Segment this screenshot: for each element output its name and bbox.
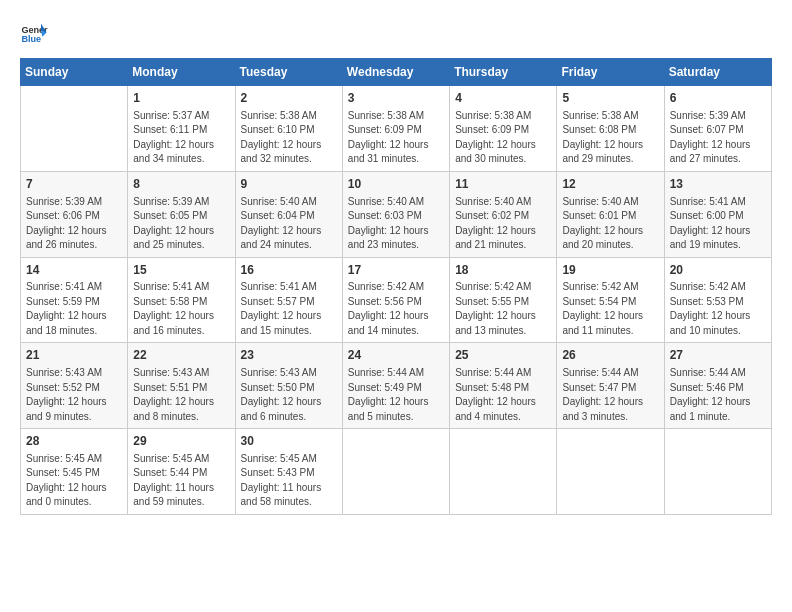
day-number: 3 xyxy=(348,90,444,107)
day-number: 18 xyxy=(455,262,551,279)
day-info: Sunrise: 5:39 AM Sunset: 6:06 PM Dayligh… xyxy=(26,195,122,253)
day-number: 16 xyxy=(241,262,337,279)
day-cell: 6Sunrise: 5:39 AM Sunset: 6:07 PM Daylig… xyxy=(664,86,771,172)
day-cell: 18Sunrise: 5:42 AM Sunset: 5:55 PM Dayli… xyxy=(450,257,557,343)
calendar-table: SundayMondayTuesdayWednesdayThursdayFrid… xyxy=(20,58,772,515)
day-number: 26 xyxy=(562,347,658,364)
day-info: Sunrise: 5:44 AM Sunset: 5:47 PM Dayligh… xyxy=(562,366,658,424)
calendar-body: 1Sunrise: 5:37 AM Sunset: 6:11 PM Daylig… xyxy=(21,86,772,515)
day-cell: 11Sunrise: 5:40 AM Sunset: 6:02 PM Dayli… xyxy=(450,171,557,257)
day-info: Sunrise: 5:41 AM Sunset: 5:59 PM Dayligh… xyxy=(26,280,122,338)
day-number: 5 xyxy=(562,90,658,107)
day-number: 2 xyxy=(241,90,337,107)
day-number: 7 xyxy=(26,176,122,193)
day-cell: 25Sunrise: 5:44 AM Sunset: 5:48 PM Dayli… xyxy=(450,343,557,429)
svg-text:Blue: Blue xyxy=(21,34,41,44)
day-number: 27 xyxy=(670,347,766,364)
day-info: Sunrise: 5:37 AM Sunset: 6:11 PM Dayligh… xyxy=(133,109,229,167)
day-cell: 4Sunrise: 5:38 AM Sunset: 6:09 PM Daylig… xyxy=(450,86,557,172)
week-row-2: 7Sunrise: 5:39 AM Sunset: 6:06 PM Daylig… xyxy=(21,171,772,257)
day-number: 21 xyxy=(26,347,122,364)
day-number: 12 xyxy=(562,176,658,193)
day-number: 25 xyxy=(455,347,551,364)
day-cell: 14Sunrise: 5:41 AM Sunset: 5:59 PM Dayli… xyxy=(21,257,128,343)
day-info: Sunrise: 5:44 AM Sunset: 5:48 PM Dayligh… xyxy=(455,366,551,424)
day-number: 17 xyxy=(348,262,444,279)
day-cell xyxy=(342,429,449,515)
day-info: Sunrise: 5:38 AM Sunset: 6:09 PM Dayligh… xyxy=(348,109,444,167)
day-info: Sunrise: 5:43 AM Sunset: 5:52 PM Dayligh… xyxy=(26,366,122,424)
day-cell: 21Sunrise: 5:43 AM Sunset: 5:52 PM Dayli… xyxy=(21,343,128,429)
day-info: Sunrise: 5:38 AM Sunset: 6:08 PM Dayligh… xyxy=(562,109,658,167)
day-cell: 16Sunrise: 5:41 AM Sunset: 5:57 PM Dayli… xyxy=(235,257,342,343)
day-cell: 1Sunrise: 5:37 AM Sunset: 6:11 PM Daylig… xyxy=(128,86,235,172)
day-number: 6 xyxy=(670,90,766,107)
day-cell: 29Sunrise: 5:45 AM Sunset: 5:44 PM Dayli… xyxy=(128,429,235,515)
day-cell xyxy=(664,429,771,515)
week-row-4: 21Sunrise: 5:43 AM Sunset: 5:52 PM Dayli… xyxy=(21,343,772,429)
day-number: 30 xyxy=(241,433,337,450)
day-info: Sunrise: 5:41 AM Sunset: 5:57 PM Dayligh… xyxy=(241,280,337,338)
day-info: Sunrise: 5:44 AM Sunset: 5:49 PM Dayligh… xyxy=(348,366,444,424)
day-cell: 13Sunrise: 5:41 AM Sunset: 6:00 PM Dayli… xyxy=(664,171,771,257)
day-cell: 5Sunrise: 5:38 AM Sunset: 6:08 PM Daylig… xyxy=(557,86,664,172)
day-cell: 7Sunrise: 5:39 AM Sunset: 6:06 PM Daylig… xyxy=(21,171,128,257)
logo: General Blue xyxy=(20,20,52,48)
header-cell-friday: Friday xyxy=(557,59,664,86)
header-cell-tuesday: Tuesday xyxy=(235,59,342,86)
day-number: 23 xyxy=(241,347,337,364)
day-cell: 28Sunrise: 5:45 AM Sunset: 5:45 PM Dayli… xyxy=(21,429,128,515)
day-info: Sunrise: 5:40 AM Sunset: 6:03 PM Dayligh… xyxy=(348,195,444,253)
day-cell: 20Sunrise: 5:42 AM Sunset: 5:53 PM Dayli… xyxy=(664,257,771,343)
header-cell-thursday: Thursday xyxy=(450,59,557,86)
day-cell: 8Sunrise: 5:39 AM Sunset: 6:05 PM Daylig… xyxy=(128,171,235,257)
day-cell: 27Sunrise: 5:44 AM Sunset: 5:46 PM Dayli… xyxy=(664,343,771,429)
day-info: Sunrise: 5:38 AM Sunset: 6:10 PM Dayligh… xyxy=(241,109,337,167)
day-cell: 22Sunrise: 5:43 AM Sunset: 5:51 PM Dayli… xyxy=(128,343,235,429)
day-info: Sunrise: 5:45 AM Sunset: 5:44 PM Dayligh… xyxy=(133,452,229,510)
day-cell: 15Sunrise: 5:41 AM Sunset: 5:58 PM Dayli… xyxy=(128,257,235,343)
day-number: 4 xyxy=(455,90,551,107)
day-info: Sunrise: 5:42 AM Sunset: 5:53 PM Dayligh… xyxy=(670,280,766,338)
day-info: Sunrise: 5:42 AM Sunset: 5:55 PM Dayligh… xyxy=(455,280,551,338)
day-info: Sunrise: 5:39 AM Sunset: 6:07 PM Dayligh… xyxy=(670,109,766,167)
header-cell-monday: Monday xyxy=(128,59,235,86)
day-cell: 17Sunrise: 5:42 AM Sunset: 5:56 PM Dayli… xyxy=(342,257,449,343)
day-cell: 3Sunrise: 5:38 AM Sunset: 6:09 PM Daylig… xyxy=(342,86,449,172)
day-cell: 26Sunrise: 5:44 AM Sunset: 5:47 PM Dayli… xyxy=(557,343,664,429)
day-number: 20 xyxy=(670,262,766,279)
day-number: 8 xyxy=(133,176,229,193)
header-cell-wednesday: Wednesday xyxy=(342,59,449,86)
day-cell: 23Sunrise: 5:43 AM Sunset: 5:50 PM Dayli… xyxy=(235,343,342,429)
day-info: Sunrise: 5:40 AM Sunset: 6:04 PM Dayligh… xyxy=(241,195,337,253)
week-row-5: 28Sunrise: 5:45 AM Sunset: 5:45 PM Dayli… xyxy=(21,429,772,515)
week-row-1: 1Sunrise: 5:37 AM Sunset: 6:11 PM Daylig… xyxy=(21,86,772,172)
day-cell: 24Sunrise: 5:44 AM Sunset: 5:49 PM Dayli… xyxy=(342,343,449,429)
day-info: Sunrise: 5:42 AM Sunset: 5:56 PM Dayligh… xyxy=(348,280,444,338)
day-info: Sunrise: 5:43 AM Sunset: 5:50 PM Dayligh… xyxy=(241,366,337,424)
day-info: Sunrise: 5:41 AM Sunset: 6:00 PM Dayligh… xyxy=(670,195,766,253)
day-info: Sunrise: 5:44 AM Sunset: 5:46 PM Dayligh… xyxy=(670,366,766,424)
day-info: Sunrise: 5:42 AM Sunset: 5:54 PM Dayligh… xyxy=(562,280,658,338)
day-cell: 30Sunrise: 5:45 AM Sunset: 5:43 PM Dayli… xyxy=(235,429,342,515)
day-info: Sunrise: 5:41 AM Sunset: 5:58 PM Dayligh… xyxy=(133,280,229,338)
day-number: 28 xyxy=(26,433,122,450)
day-cell: 12Sunrise: 5:40 AM Sunset: 6:01 PM Dayli… xyxy=(557,171,664,257)
day-info: Sunrise: 5:45 AM Sunset: 5:43 PM Dayligh… xyxy=(241,452,337,510)
day-cell: 19Sunrise: 5:42 AM Sunset: 5:54 PM Dayli… xyxy=(557,257,664,343)
calendar-header: SundayMondayTuesdayWednesdayThursdayFrid… xyxy=(21,59,772,86)
logo-icon: General Blue xyxy=(20,20,48,48)
day-cell: 2Sunrise: 5:38 AM Sunset: 6:10 PM Daylig… xyxy=(235,86,342,172)
day-number: 11 xyxy=(455,176,551,193)
day-info: Sunrise: 5:45 AM Sunset: 5:45 PM Dayligh… xyxy=(26,452,122,510)
day-info: Sunrise: 5:40 AM Sunset: 6:01 PM Dayligh… xyxy=(562,195,658,253)
day-number: 9 xyxy=(241,176,337,193)
day-number: 22 xyxy=(133,347,229,364)
header-cell-saturday: Saturday xyxy=(664,59,771,86)
day-number: 19 xyxy=(562,262,658,279)
day-number: 14 xyxy=(26,262,122,279)
day-info: Sunrise: 5:40 AM Sunset: 6:02 PM Dayligh… xyxy=(455,195,551,253)
day-cell: 9Sunrise: 5:40 AM Sunset: 6:04 PM Daylig… xyxy=(235,171,342,257)
day-cell xyxy=(21,86,128,172)
day-info: Sunrise: 5:43 AM Sunset: 5:51 PM Dayligh… xyxy=(133,366,229,424)
